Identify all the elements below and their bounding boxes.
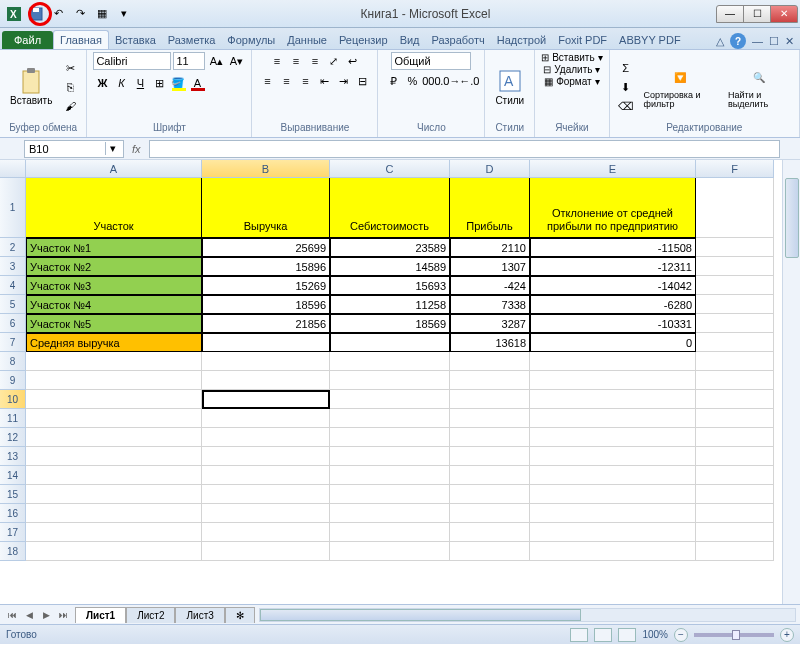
cell-A6[interactable]: Участок №5 [26, 314, 202, 333]
cell-C11[interactable] [330, 409, 450, 428]
tab-layout[interactable]: Разметка [162, 31, 222, 49]
zoom-in-button[interactable]: + [780, 628, 794, 642]
tab-abbyy[interactable]: ABBYY PDF [613, 31, 687, 49]
cell-A2[interactable]: Участок №1 [26, 238, 202, 257]
cell-A16[interactable] [26, 504, 202, 523]
number-format-combo[interactable]: Общий [391, 52, 471, 70]
grow-font-icon[interactable]: A▴ [207, 52, 225, 70]
zoom-thumb[interactable] [732, 630, 740, 640]
cell-A7[interactable]: Средняя выручка [26, 333, 202, 352]
cell-D9[interactable] [450, 371, 530, 390]
cell-D5[interactable]: 7338 [450, 295, 530, 314]
copy-icon[interactable]: ⎘ [60, 78, 80, 96]
row-header-4[interactable]: 4 [0, 276, 26, 295]
qat-dropdown-icon[interactable]: ▾ [114, 4, 134, 24]
tab-addins[interactable]: Надстрой [491, 31, 552, 49]
row-header-8[interactable]: 8 [0, 352, 26, 371]
cell-E8[interactable] [530, 352, 696, 371]
sheet-tab-2[interactable]: Лист2 [126, 607, 175, 623]
cell-A4[interactable]: Участок №3 [26, 276, 202, 295]
align-left-icon[interactable]: ≡ [258, 72, 276, 90]
row-header-1[interactable]: 1 [0, 178, 26, 238]
save-icon[interactable] [26, 4, 46, 24]
increase-decimal-icon[interactable]: .0→ [441, 72, 459, 90]
cell-E2[interactable]: -11508 [530, 238, 696, 257]
cell-B4[interactable]: 15269 [202, 276, 330, 295]
cell-D16[interactable] [450, 504, 530, 523]
cell-B6[interactable]: 21856 [202, 314, 330, 333]
fx-button[interactable]: fx [124, 143, 149, 155]
file-tab[interactable]: Файл [2, 31, 53, 49]
qat-custom-icon[interactable]: ▦ [92, 4, 112, 24]
row-header-12[interactable]: 12 [0, 428, 26, 447]
cell-C3[interactable]: 14589 [330, 257, 450, 276]
align-right-icon[interactable]: ≡ [296, 72, 314, 90]
cell-B17[interactable] [202, 523, 330, 542]
cell-D8[interactable] [450, 352, 530, 371]
cell-B5[interactable]: 18596 [202, 295, 330, 314]
cell-E6[interactable]: -10331 [530, 314, 696, 333]
row-header-17[interactable]: 17 [0, 523, 26, 542]
cell-A8[interactable] [26, 352, 202, 371]
cell-B1[interactable]: Выручка [202, 178, 330, 238]
row-header-15[interactable]: 15 [0, 485, 26, 504]
delete-cells-button[interactable]: ⊟Удалить ▾ [543, 64, 600, 75]
cell-E18[interactable] [530, 542, 696, 561]
cell-C6[interactable]: 18569 [330, 314, 450, 333]
cell-A17[interactable] [26, 523, 202, 542]
tab-developer[interactable]: Разработч [426, 31, 491, 49]
cell-C10[interactable] [330, 390, 450, 409]
cell-F6[interactable] [696, 314, 774, 333]
window-restore-icon[interactable]: ☐ [769, 35, 779, 48]
cell-D7[interactable]: 13618 [450, 333, 530, 352]
close-button[interactable]: ✕ [770, 5, 798, 23]
font-name-combo[interactable]: Calibri [93, 52, 171, 70]
row-header-14[interactable]: 14 [0, 466, 26, 485]
formula-input[interactable] [149, 140, 780, 158]
row-header-18[interactable]: 18 [0, 542, 26, 561]
cell-D15[interactable] [450, 485, 530, 504]
tab-insert[interactable]: Вставка [109, 31, 162, 49]
cell-A18[interactable] [26, 542, 202, 561]
cell-B12[interactable] [202, 428, 330, 447]
cell-D13[interactable] [450, 447, 530, 466]
row-header-13[interactable]: 13 [0, 447, 26, 466]
cell-C8[interactable] [330, 352, 450, 371]
cell-F9[interactable] [696, 371, 774, 390]
find-select-button[interactable]: 🔍 Найти и выделить [724, 63, 793, 111]
fill-color-icon[interactable]: 🪣 [169, 74, 187, 92]
minimize-button[interactable]: — [716, 5, 744, 23]
undo-icon[interactable]: ↶ [48, 4, 68, 24]
sort-filter-button[interactable]: 🔽 Сортировка и фильтр [640, 63, 720, 111]
align-top-icon[interactable]: ≡ [268, 52, 286, 70]
cell-B15[interactable] [202, 485, 330, 504]
cell-F11[interactable] [696, 409, 774, 428]
cell-A1[interactable]: Участок [26, 178, 202, 238]
cell-C14[interactable] [330, 466, 450, 485]
maximize-button[interactable]: ☐ [743, 5, 771, 23]
cell-E11[interactable] [530, 409, 696, 428]
zoom-out-button[interactable]: − [674, 628, 688, 642]
col-header-f[interactable]: F [696, 160, 774, 178]
window-minimize-icon[interactable]: — [752, 35, 763, 47]
cell-F4[interactable] [696, 276, 774, 295]
col-header-b[interactable]: B [202, 160, 330, 178]
border-icon[interactable]: ⊞ [150, 74, 168, 92]
cell-B8[interactable] [202, 352, 330, 371]
cell-C2[interactable]: 23589 [330, 238, 450, 257]
cell-E13[interactable] [530, 447, 696, 466]
name-box[interactable]: B10 ▾ [24, 140, 124, 158]
cell-E5[interactable]: -6280 [530, 295, 696, 314]
cell-F15[interactable] [696, 485, 774, 504]
cell-E10[interactable] [530, 390, 696, 409]
cell-F12[interactable] [696, 428, 774, 447]
cell-F13[interactable] [696, 447, 774, 466]
cell-F8[interactable] [696, 352, 774, 371]
row-header-3[interactable]: 3 [0, 257, 26, 276]
cell-B3[interactable]: 15896 [202, 257, 330, 276]
tab-formulas[interactable]: Формулы [221, 31, 281, 49]
cell-C1[interactable]: Себистоимость [330, 178, 450, 238]
cell-D4[interactable]: -424 [450, 276, 530, 295]
cell-A15[interactable] [26, 485, 202, 504]
insert-cells-button[interactable]: ⊞Вставить ▾ [541, 52, 602, 63]
